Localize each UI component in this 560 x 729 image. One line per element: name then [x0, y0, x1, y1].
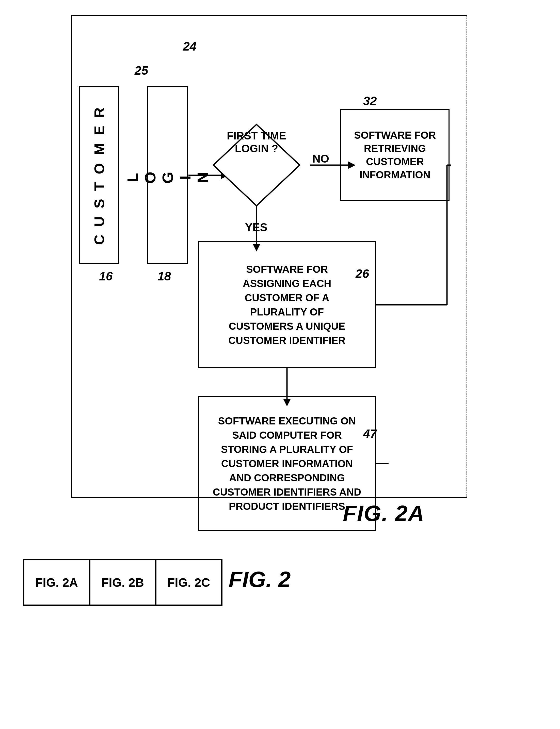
diamond-svg	[211, 122, 302, 208]
label-18: 18	[157, 269, 171, 283]
login-box: LOGIN	[147, 86, 188, 264]
fig-cell-2c[interactable]: FIG. 2C	[156, 560, 222, 605]
label-32: 32	[363, 94, 377, 108]
label-24: 24	[183, 39, 196, 53]
login-text: LOGIN	[124, 167, 212, 184]
page: 24 25 C U S T O M E R LOGIN 16 18 FIRST …	[0, 0, 560, 729]
retrieve-text: SOFTWARE FORRETRIEVINGCUSTOMERINFORMATIO…	[354, 129, 436, 181]
fig-cell-2b[interactable]: FIG. 2B	[90, 560, 156, 605]
label-47: 47	[363, 427, 377, 441]
customer-box: C U S T O M E R	[79, 86, 119, 264]
svg-marker-13	[213, 124, 300, 206]
store-text: SOFTWARE EXECUTING ONSAID COMPUTER FORST…	[213, 414, 361, 513]
customer-text: C U S T O M E R	[91, 105, 107, 245]
fig-cell-2a[interactable]: FIG. 2A	[24, 560, 90, 605]
label-25: 25	[135, 64, 148, 77]
diamond-container	[211, 122, 302, 208]
retrieve-box: SOFTWARE FORRETRIEVINGCUSTOMERINFORMATIO…	[340, 109, 450, 201]
fig2a-main-label: FIG. 2A	[343, 500, 425, 526]
yes-label: YES	[245, 221, 267, 234]
label-16: 16	[99, 269, 113, 283]
assign-box: SOFTWARE FORASSIGNING EACHCUSTOMER OF AP…	[198, 241, 376, 368]
no-label: NO	[312, 152, 329, 165]
fig-selector: FIG. 2A FIG. 2B FIG. 2C	[23, 559, 222, 606]
fig-main-label: FIG. 2	[229, 566, 291, 592]
assign-text: SOFTWARE FORASSIGNING EACHCUSTOMER OF AP…	[228, 262, 346, 347]
label-26: 26	[356, 267, 369, 281]
